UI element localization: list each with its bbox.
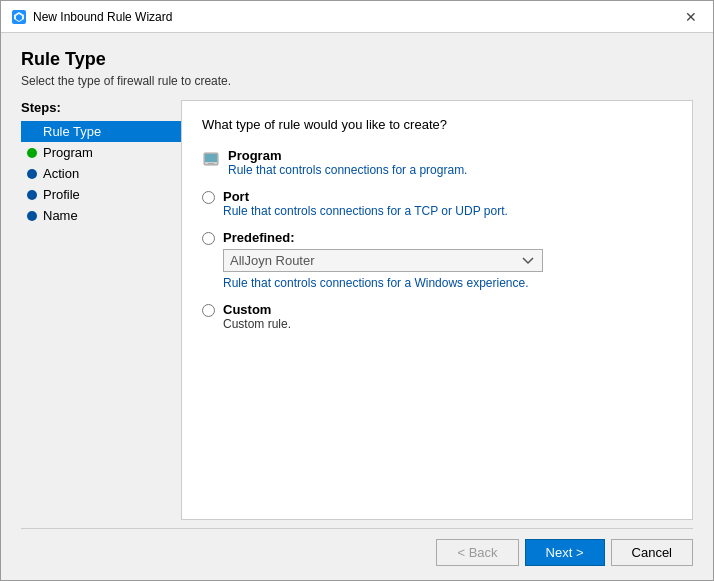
option-port-desc: Rule that controls connections for a TCP… bbox=[223, 204, 508, 218]
predefined-dropdown-container: AllJoyn Router bbox=[223, 249, 543, 272]
radio-predefined[interactable] bbox=[202, 232, 215, 245]
svg-rect-4 bbox=[205, 154, 217, 162]
steps-panel: Steps: Rule Type Program Action Profile bbox=[21, 100, 181, 520]
option-predefined-label: Predefined: bbox=[223, 230, 543, 245]
wizard-window: New Inbound Rule Wizard ✕ Rule Type Sele… bbox=[0, 0, 714, 581]
option-program-content: Program Rule that controls connections f… bbox=[228, 148, 467, 177]
step-rule-type[interactable]: Rule Type bbox=[21, 121, 181, 142]
step-program[interactable]: Program bbox=[21, 142, 181, 163]
radio-port[interactable] bbox=[202, 191, 215, 204]
step-dot-profile bbox=[27, 190, 37, 200]
option-predefined-desc: Rule that controls connections for a Win… bbox=[223, 276, 543, 290]
step-action[interactable]: Action bbox=[21, 163, 181, 184]
content-area: Rule Type Select the type of firewall ru… bbox=[1, 33, 713, 580]
program-icon bbox=[202, 150, 220, 168]
program-svg-icon bbox=[203, 151, 219, 167]
app-icon bbox=[11, 9, 27, 25]
question-text: What type of rule would you like to crea… bbox=[202, 117, 672, 132]
option-predefined-content: Predefined: AllJoyn Router Rule that con… bbox=[223, 230, 543, 290]
step-label-name: Name bbox=[43, 208, 78, 223]
option-program-label: Program bbox=[228, 148, 467, 163]
title-bar-text: New Inbound Rule Wizard bbox=[33, 10, 172, 24]
step-label-action: Action bbox=[43, 166, 79, 181]
main-body: Steps: Rule Type Program Action Profile bbox=[21, 100, 693, 520]
predefined-select[interactable]: AllJoyn Router bbox=[223, 249, 543, 272]
step-dot-program bbox=[27, 148, 37, 158]
option-custom-label: Custom bbox=[223, 302, 291, 317]
close-button[interactable]: ✕ bbox=[679, 5, 703, 29]
page-title: Rule Type bbox=[21, 49, 693, 70]
step-dot-action bbox=[27, 169, 37, 179]
cancel-button[interactable]: Cancel bbox=[611, 539, 693, 566]
option-port-row: Port Rule that controls connections for … bbox=[202, 189, 672, 218]
option-program-desc: Rule that controls connections for a pro… bbox=[228, 163, 467, 177]
footer-bar: < Back Next > Cancel bbox=[21, 528, 693, 570]
title-bar: New Inbound Rule Wizard ✕ bbox=[1, 1, 713, 33]
next-button[interactable]: Next > bbox=[525, 539, 605, 566]
svg-rect-5 bbox=[208, 163, 214, 164]
page-subtitle: Select the type of firewall rule to crea… bbox=[21, 74, 693, 88]
option-port-content: Port Rule that controls connections for … bbox=[223, 189, 508, 218]
title-bar-left: New Inbound Rule Wizard bbox=[11, 9, 172, 25]
option-custom-content: Custom Custom rule. bbox=[223, 302, 291, 331]
option-custom-row: Custom Custom rule. bbox=[202, 302, 672, 331]
step-name[interactable]: Name bbox=[21, 205, 181, 226]
option-custom-desc: Custom rule. bbox=[223, 317, 291, 331]
option-program-row: Program Rule that controls connections f… bbox=[202, 148, 672, 177]
step-dot-rule-type bbox=[27, 127, 37, 137]
back-button[interactable]: < Back bbox=[436, 539, 518, 566]
step-label-profile: Profile bbox=[43, 187, 80, 202]
right-panel: What type of rule would you like to crea… bbox=[181, 100, 693, 520]
step-label-program: Program bbox=[43, 145, 93, 160]
radio-custom[interactable] bbox=[202, 304, 215, 317]
step-profile[interactable]: Profile bbox=[21, 184, 181, 205]
step-label-rule-type: Rule Type bbox=[43, 124, 101, 139]
step-dot-name bbox=[27, 211, 37, 221]
option-port-label: Port bbox=[223, 189, 508, 204]
steps-label: Steps: bbox=[21, 100, 181, 115]
option-predefined-row: Predefined: AllJoyn Router Rule that con… bbox=[202, 230, 672, 290]
